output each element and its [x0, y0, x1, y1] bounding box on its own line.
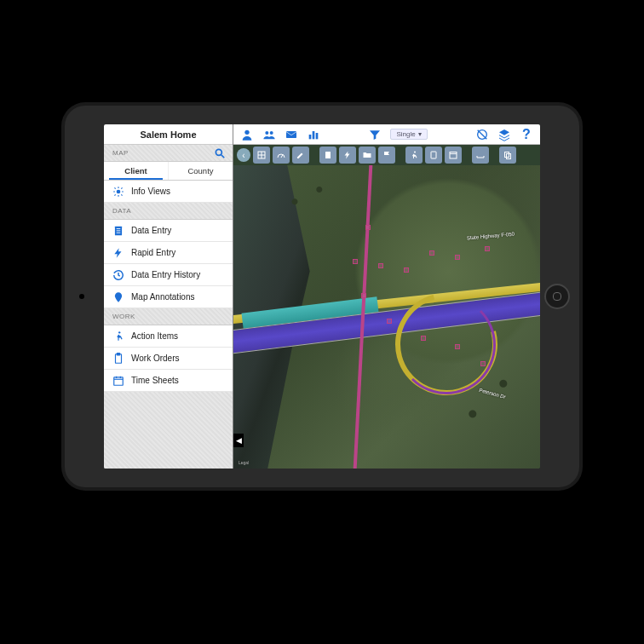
svg-point-15: [265, 131, 268, 135]
svg-point-16: [270, 131, 273, 135]
sidebar-item-label: Action Items: [131, 331, 178, 341]
section-header-work: WORK: [104, 308, 233, 325]
sidebar-item-rapid-entry[interactable]: Rapid Entry: [104, 242, 233, 264]
svg-rect-30: [450, 152, 457, 159]
home-button[interactable]: [544, 284, 570, 309]
tab-county[interactable]: County: [168, 162, 233, 180]
section-label: WORK: [112, 313, 135, 320]
sidebar-item-info-views[interactable]: Info Views: [104, 181, 233, 203]
svg-point-0: [216, 149, 221, 155]
svg-rect-10: [114, 377, 124, 384]
back-button[interactable]: ‹: [237, 148, 250, 162]
svg-rect-9: [117, 353, 120, 354]
user-icon[interactable]: [240, 128, 254, 141]
sidebar-item-work-orders[interactable]: Work Orders: [104, 348, 233, 370]
tool-cal[interactable]: [445, 147, 462, 164]
svg-line-26: [281, 155, 283, 158]
mail-icon[interactable]: [285, 128, 298, 141]
calendar-icon: [112, 375, 124, 387]
main-area: Single▾ ? ‹: [233, 124, 540, 469]
tool-run[interactable]: [405, 147, 423, 164]
svg-rect-17: [286, 131, 296, 138]
layers-icon[interactable]: [497, 128, 511, 141]
tab-bar: Client County: [104, 162, 233, 181]
target-icon[interactable]: [475, 128, 489, 141]
ipad-frame: Salem Home MAP Client County Info Views …: [61, 102, 583, 491]
tool-bolt[interactable]: [339, 147, 356, 164]
sidebar-item-label: Data Entry History: [131, 270, 200, 279]
search-icon[interactable]: [214, 147, 226, 159]
section-header-map: MAP: [104, 145, 233, 162]
tool-clipboard[interactable]: [319, 147, 336, 164]
screen: Salem Home MAP Client County Info Views …: [104, 124, 540, 469]
svg-point-28: [414, 152, 416, 153]
tool-gauge[interactable]: [273, 147, 290, 164]
section-label: MAP: [112, 149, 129, 157]
map-view[interactable]: State Highway F-050 Peterson Dr ◀ Legal: [233, 165, 540, 469]
svg-point-2: [117, 189, 121, 193]
filter-icon[interactable]: [368, 128, 382, 141]
sidebar-item-label: Work Orders: [131, 354, 180, 363]
bolt-icon: [112, 247, 124, 259]
tool-folder[interactable]: [359, 147, 376, 164]
sidebar-item-action-items[interactable]: Action Items: [104, 325, 233, 348]
chart-icon[interactable]: [307, 128, 320, 141]
svg-point-7: [118, 331, 120, 333]
tool-flag[interactable]: [378, 147, 395, 164]
group-icon[interactable]: [262, 128, 276, 141]
help-icon[interactable]: ?: [520, 128, 533, 141]
svg-line-1: [221, 154, 225, 158]
sidebar-item-label: Map Annotations: [131, 292, 195, 302]
sidebar-item-time-sheets[interactable]: Time Sheets: [104, 370, 233, 392]
chevron-down-icon: ▾: [418, 130, 422, 138]
topbar: Single▾ ?: [233, 124, 540, 145]
sidebar-item-data-history[interactable]: Data Entry History: [104, 264, 233, 286]
tool-paste[interactable]: [425, 147, 442, 164]
svg-rect-6: [117, 232, 121, 233]
clipboard-icon: [112, 353, 124, 365]
sidebar: Salem Home MAP Client County Info Views …: [104, 124, 233, 469]
ipad-bezel: Salem Home MAP Client County Info Views …: [65, 106, 579, 487]
sidebar-filler: [104, 392, 233, 469]
sidebar-item-label: Info Views: [131, 187, 170, 196]
tool-edit[interactable]: [292, 147, 309, 164]
pin-icon: [112, 291, 124, 303]
sidebar-item-label: Time Sheets: [131, 376, 179, 385]
camera-dot: [79, 294, 84, 299]
sidebar-item-label: Rapid Entry: [131, 248, 175, 257]
svg-rect-29: [431, 152, 436, 158]
sidebar-item-label: Data Entry: [131, 226, 171, 235]
history-icon: [112, 269, 124, 281]
gear-icon: [112, 186, 124, 198]
section-header-data: DATA: [104, 203, 233, 220]
map-toolbar: ‹: [233, 145, 540, 165]
collapse-sidebar-button[interactable]: ◀: [233, 434, 244, 447]
section-label: DATA: [112, 207, 131, 215]
run-icon: [112, 331, 124, 342]
svg-rect-19: [313, 131, 315, 139]
tool-measure[interactable]: [472, 147, 489, 164]
svg-rect-4: [117, 228, 121, 229]
legal-link[interactable]: Legal: [239, 460, 249, 465]
clipboard-icon: [112, 225, 124, 237]
svg-rect-18: [309, 135, 312, 139]
tab-client[interactable]: Client: [104, 162, 168, 180]
terrain: State Highway F-050 Peterson Dr: [233, 165, 540, 469]
svg-rect-27: [325, 152, 331, 158]
svg-rect-20: [316, 133, 319, 139]
svg-point-14: [244, 129, 249, 134]
sidebar-item-data-entry[interactable]: Data Entry: [104, 220, 233, 242]
mode-select[interactable]: Single▾: [390, 129, 427, 140]
page-title: Salem Home: [104, 124, 233, 145]
tool-grid[interactable]: [253, 147, 270, 164]
sidebar-item-map-annotations[interactable]: Map Annotations: [104, 286, 233, 308]
svg-rect-5: [117, 230, 121, 231]
tool-copy[interactable]: [499, 147, 516, 164]
